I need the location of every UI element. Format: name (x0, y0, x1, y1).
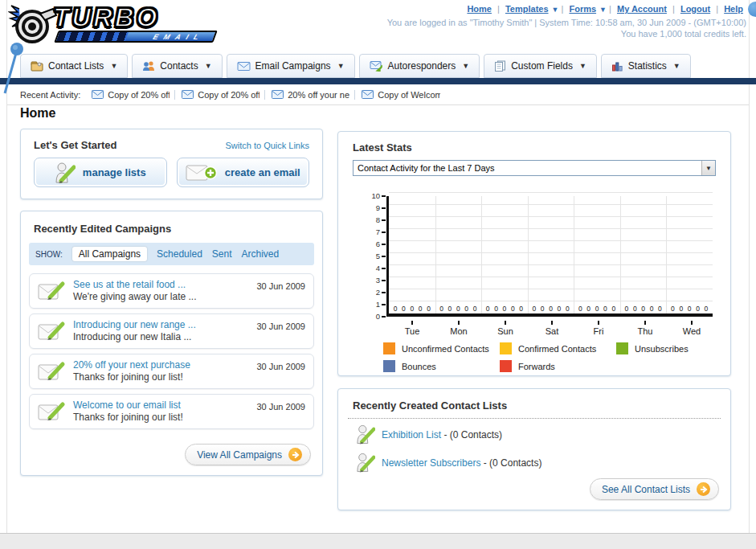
contact-list-item[interactable]: Exhibition List - (0 Contacts) (338, 419, 730, 447)
tab-statistics[interactable]: Statistics▼ (601, 54, 691, 78)
bar-chart-icon (611, 60, 623, 72)
h-gridline (389, 301, 713, 301)
h-gridline (389, 252, 713, 253)
top-link-my-account[interactable]: My Account (617, 4, 667, 14)
top-link-home[interactable]: Home (467, 4, 492, 14)
y-tick-label: 10 (371, 192, 380, 200)
h-gridline (389, 204, 713, 205)
campaign-title-link[interactable]: See us at the retail food ... (73, 279, 196, 291)
chart-plot: 00000000000000000000000000000000000 (386, 196, 713, 317)
top-link-forms[interactable]: Forms (569, 4, 596, 14)
tab-custom-fields[interactable]: Custom Fields▼ (484, 54, 597, 78)
chevron-down-icon: ▼ (673, 62, 680, 70)
manage-lists-label: manage lists (83, 166, 146, 178)
envelope-pencil-icon (38, 279, 67, 303)
manage-lists-button[interactable]: manage lists (34, 158, 167, 187)
x-tick-label: Sat (529, 321, 575, 336)
legend-item: Confirmed Contacts (500, 342, 616, 354)
status-line-2: You have 1,000 total credits left. (387, 28, 746, 39)
logo-title: TURBO (53, 2, 215, 33)
tab-email-campaigns[interactable]: Email Campaigns▼ (227, 54, 355, 78)
nav-divider-bar (0, 78, 756, 84)
envelope-arrow-icon (370, 60, 383, 72)
filter-scheduled[interactable]: Scheduled (157, 248, 202, 260)
tab-contact-lists[interactable]: Contact Lists▼ (20, 54, 128, 78)
y-tick-label: 5 (376, 252, 380, 260)
chevron-down-icon: ▼ (579, 62, 586, 70)
view-all-campaigns-button[interactable]: View All Campaigns (185, 444, 311, 465)
value-label: 0 (419, 305, 423, 313)
top-link-help[interactable]: Help (724, 4, 743, 14)
contacts-icon (142, 60, 155, 72)
main-nav-tabs: Contact Lists▼ Contacts▼ Email Campaigns… (20, 54, 695, 78)
logo-text: TURBO EMAIL (53, 2, 215, 43)
chevron-down-icon: ▼ (462, 62, 469, 70)
switch-to-quick-links[interactable]: Switch to Quick Links (225, 141, 309, 150)
page-title: Home (20, 106, 55, 121)
value-label: 0 (603, 305, 607, 313)
legend-item: Unsubscribes (616, 342, 733, 354)
recent-activity-item[interactable]: Copy of 20% off yo (92, 90, 175, 100)
turbo-email-logo[interactable]: TURBO EMAIL (8, 2, 215, 46)
y-tick-label: 9 (376, 204, 380, 212)
value-label: 0 (650, 305, 654, 313)
campaign-row[interactable]: 20% off your next purchase Thanks for jo… (29, 354, 314, 389)
chevron-down-icon: ▼ (337, 62, 345, 70)
recent-activity-item[interactable]: 20% off your next p (272, 90, 355, 100)
chart-y-axis: 012345678910 (366, 196, 386, 317)
value-label: 0 (394, 305, 398, 313)
chevron-down-icon: ▼ (110, 62, 117, 70)
filter-all-campaigns[interactable]: All Campaigns (72, 247, 147, 261)
contact-list-sep: - (441, 429, 450, 440)
value-label: 0 (578, 305, 582, 313)
logo-subtitle: EMAIL (152, 33, 215, 41)
filter-sent[interactable]: Sent (212, 248, 232, 260)
top-link-templates[interactable]: Templates (505, 4, 549, 14)
h-gridline (389, 216, 713, 217)
campaign-row[interactable]: Welcome to our email list Thanks for joi… (29, 394, 314, 429)
contact-list-link[interactable]: Exhibition List (382, 429, 441, 440)
contact-list-link[interactable]: Newsletter Subscribers (382, 457, 480, 469)
value-label: 0 (448, 305, 452, 313)
value-label: 0 (402, 305, 406, 313)
latest-stats-panel: Latest Stats Contact Activity for the La… (337, 131, 731, 376)
tab-autoresponders[interactable]: Autoresponders▼ (359, 54, 480, 78)
value-label: 0 (558, 305, 562, 313)
legend-item: Bounces (383, 360, 500, 372)
recent-activity-item[interactable]: Copy of 20% off yo (182, 90, 265, 100)
envelope-icon (237, 61, 251, 72)
tab-contacts[interactable]: Contacts▼ (132, 54, 222, 78)
recent-activity-item[interactable]: Copy of Welcome to (362, 90, 445, 100)
turbine-icon (8, 2, 58, 46)
legend-item: Unconfirmed Contacts (383, 342, 500, 354)
h-gridline (389, 228, 713, 229)
tab-label: Autoresponders (388, 60, 456, 72)
y-tick-label: 6 (376, 240, 380, 248)
value-label: 0 (439, 305, 443, 313)
campaign-title-link[interactable]: 20% off your next purchase (73, 359, 190, 371)
campaign-title-link[interactable]: Introducing our new range ... (73, 319, 196, 331)
y-tick-label: 7 (376, 228, 380, 236)
campaign-row[interactable]: See us at the retail food ... We're givi… (29, 273, 314, 309)
activity-item-label: Copy of Welcome to (378, 90, 440, 100)
see-all-contact-lists-button[interactable]: See All Contact Lists (590, 478, 719, 500)
filter-archived[interactable]: Archived (242, 248, 280, 260)
value-label: 0 (427, 305, 431, 313)
contact-list-count: (0 Contacts) (489, 457, 541, 469)
chevron-down-icon: ▼ (552, 6, 559, 14)
top-link-logout[interactable]: Logout (680, 4, 710, 14)
h-gridline (389, 264, 713, 265)
contact-list-sep: - (480, 457, 489, 469)
campaign-subtitle: Introducing our new Italia ... (73, 331, 196, 343)
campaign-row[interactable]: Introducing our new range ... Introducin… (29, 313, 314, 349)
value-label-group: 00000 (620, 305, 667, 313)
v-gridline (574, 196, 574, 313)
stats-report-select[interactable]: Contact Activity for the Last 7 Days ▼ (353, 160, 716, 176)
campaign-title-link[interactable]: Welcome to our email list (73, 399, 183, 412)
create-email-button[interactable]: create an email (177, 158, 310, 187)
value-label-group: 00000 (481, 305, 528, 313)
chevron-down-icon: ▼ (701, 161, 715, 175)
value-label-group: 00000 (528, 305, 574, 313)
legend-swatch (616, 342, 628, 354)
contact-list-item[interactable]: Newsletter Subscribers - (0 Contacts) (338, 447, 730, 475)
